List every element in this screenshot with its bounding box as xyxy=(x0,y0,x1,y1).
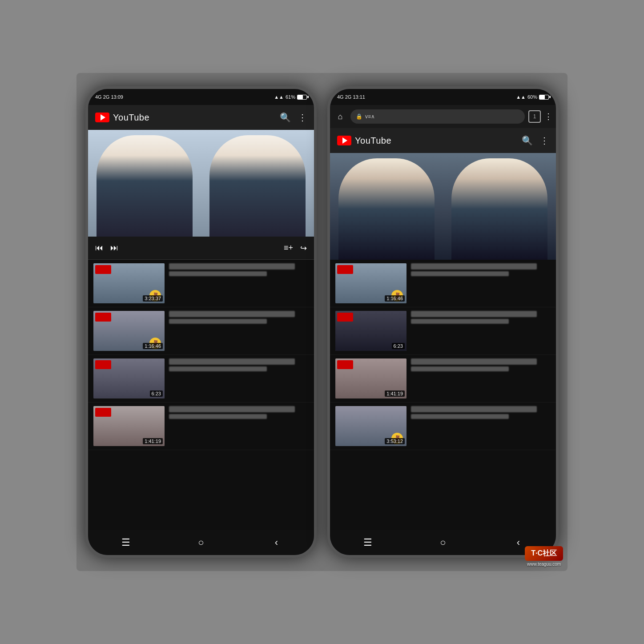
right-status-bar: 4G 2G 13:11 ▲▲ 60% xyxy=(330,89,556,105)
right-video-item-3[interactable]: 1:41:19 xyxy=(330,355,556,402)
figure-right-shape xyxy=(209,135,306,237)
right-youtube-icon xyxy=(337,136,351,145)
right-video-list[interactable]: 🧸 1:16:46 6:2 xyxy=(330,260,556,530)
browser-home-button[interactable]: ⌂ xyxy=(334,112,347,121)
left-title-bar-4 xyxy=(169,406,295,412)
left-video-info-2 xyxy=(169,311,309,324)
playlist-add-button[interactable]: ≡+ xyxy=(284,243,293,253)
figure-left-shape xyxy=(97,135,193,237)
right-video-info-2 xyxy=(411,311,551,324)
prev-button[interactable]: ⏮ xyxy=(95,243,103,253)
left-menu-button[interactable]: ⋮ xyxy=(298,112,307,123)
right-shape-right xyxy=(451,158,547,260)
left-red-banner-3 xyxy=(95,360,111,369)
left-duration-4: 1:41:19 xyxy=(143,438,163,444)
left-red-banner-4 xyxy=(95,408,111,417)
youtube-icon xyxy=(95,113,109,122)
right-hero-video[interactable] xyxy=(330,153,556,260)
right-sub-bar-4 xyxy=(411,414,509,419)
right-hero-content xyxy=(330,153,556,260)
left-title-bar-2 xyxy=(169,311,295,317)
right-red-banner-1 xyxy=(337,265,353,274)
browser-menu-button[interactable]: ⋮ xyxy=(544,112,552,121)
right-video-item-2[interactable]: 6:23 xyxy=(330,307,556,355)
battery-text: 61% xyxy=(286,94,295,100)
left-yt-title: YouTube xyxy=(113,113,149,123)
battery-icon xyxy=(297,95,307,100)
right-video-info-3 xyxy=(411,358,551,371)
right-title-bar-1 xyxy=(411,263,537,270)
right-figure-right xyxy=(443,153,556,260)
left-video-info-3 xyxy=(169,358,309,371)
right-menu-button[interactable]: ⋮ xyxy=(540,135,549,146)
right-sub-bar-3 xyxy=(411,366,509,371)
left-sub-bar-3 xyxy=(169,366,267,371)
left-video-info-1 xyxy=(169,263,309,276)
playlist-left-controls: ⏮ ⏭ xyxy=(95,243,118,253)
right-red-banner-2 xyxy=(337,313,353,322)
left-red-banner-1 xyxy=(95,265,111,274)
right-title-bar-4 xyxy=(411,406,537,412)
right-thumb-2: 6:23 xyxy=(335,311,407,351)
right-video-info-4 xyxy=(411,406,551,419)
share-button[interactable]: ↪ xyxy=(300,243,307,253)
left-phone: 4G 2G 13:09 ▲▲ 61% YouTube 🔍 ⋮ xyxy=(85,86,317,558)
left-hero-content xyxy=(88,130,314,237)
left-video-item-3[interactable]: 6:23 xyxy=(88,355,314,402)
right-nav-menu[interactable]: ☰ xyxy=(354,537,381,548)
left-sub-bar-4 xyxy=(169,414,267,419)
left-hero-video[interactable] xyxy=(88,130,314,237)
right-battery-fill xyxy=(539,95,545,99)
right-battery-icon xyxy=(539,95,549,100)
tc-badge: T·C社区 xyxy=(525,546,563,561)
right-title-bar-3 xyxy=(411,358,537,365)
browser-address-bar[interactable]: 🔒 v≡∧ xyxy=(350,109,525,124)
left-nav-home[interactable]: ○ xyxy=(188,537,214,548)
right-battery-text: 60% xyxy=(527,94,537,100)
left-thumb-4: 1:41:19 xyxy=(93,406,165,446)
address-text: v≡∧ xyxy=(365,113,375,120)
right-thumb-4: 🧸 3:53:12 xyxy=(335,406,407,446)
right-thumb-3: 1:41:19 xyxy=(335,358,407,398)
right-duration-1: 1:16:46 xyxy=(385,295,405,302)
browser-tab-count[interactable]: 1 xyxy=(528,110,541,123)
wifi-icon: ▲▲ xyxy=(274,94,284,100)
left-status-left: 4G 2G 13:09 xyxy=(95,94,123,100)
left-header-icons: 🔍 ⋮ xyxy=(280,112,307,123)
right-title-bar-2 xyxy=(411,311,537,317)
right-sub-bar-1 xyxy=(411,271,509,276)
right-red-banner-3 xyxy=(337,360,353,369)
right-bottom-nav: ☰ ○ ‹ xyxy=(330,530,556,555)
playlist-right-controls: ≡+ ↪ xyxy=(284,243,307,253)
left-nav-menu[interactable]: ☰ xyxy=(113,537,139,548)
left-nav-back[interactable]: ‹ xyxy=(263,537,290,548)
next-button[interactable]: ⏭ xyxy=(110,243,118,253)
left-bottom-nav: ☰ ○ ‹ xyxy=(88,530,314,555)
left-sub-bar-2 xyxy=(169,319,267,324)
tc-label: T·C社区 xyxy=(531,549,557,558)
left-duration-2: 1:16:46 xyxy=(143,343,163,349)
signal-text: 4G 2G 13:09 xyxy=(95,94,123,100)
left-search-button[interactable]: 🔍 xyxy=(280,112,291,123)
tc-watermark-area: T·C社区 www.teaguu.com xyxy=(525,546,563,567)
left-red-banner-2 xyxy=(95,313,111,322)
right-figure-left xyxy=(330,153,443,260)
lock-icon: 🔒 xyxy=(356,113,362,120)
right-wifi-icon: ▲▲ xyxy=(516,94,526,100)
right-video-item-1[interactable]: 🧸 1:16:46 xyxy=(330,260,556,307)
left-video-item-2[interactable]: 🧸 1:16:46 xyxy=(88,307,314,355)
right-video-item-4[interactable]: 🧸 3:53:12 xyxy=(330,402,556,450)
left-video-list[interactable]: 🧸 3:23:37 🧸 xyxy=(88,260,314,530)
right-duration-4: 3:53:12 xyxy=(385,438,405,444)
left-video-item-4[interactable]: 1:41:19 xyxy=(88,402,314,450)
watermark-url: www.teaguu.com xyxy=(527,562,561,567)
right-nav-home[interactable]: ○ xyxy=(430,537,456,548)
left-video-item-1[interactable]: 🧸 3:23:37 xyxy=(88,260,314,307)
left-title-bar-3 xyxy=(169,358,295,365)
right-thumb-1: 🧸 1:16:46 xyxy=(335,263,407,303)
left-thumb-2: 🧸 1:16:46 xyxy=(93,311,165,351)
left-thumb-1: 🧸 3:23:37 xyxy=(93,263,165,303)
left-status-bar: 4G 2G 13:09 ▲▲ 61% xyxy=(88,89,314,105)
left-yt-logo: YouTube xyxy=(95,113,149,123)
right-search-button[interactable]: 🔍 xyxy=(522,135,533,146)
